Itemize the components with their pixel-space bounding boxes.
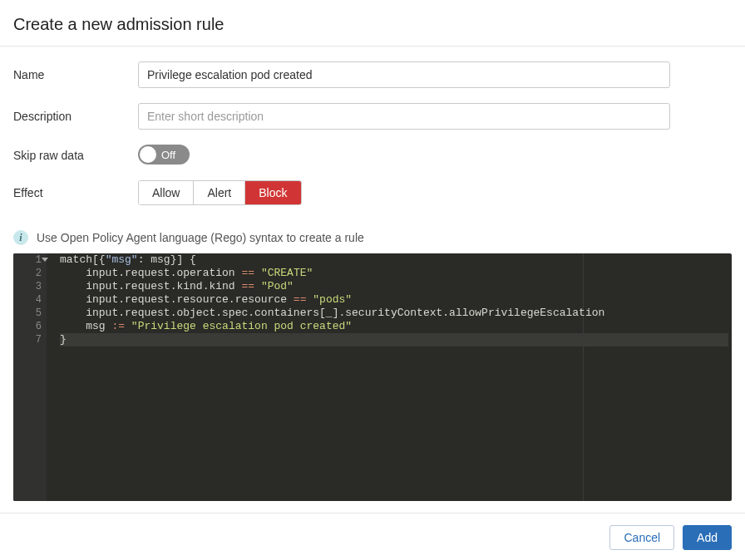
effect-option-allow[interactable]: Allow [139,181,194,204]
code-line[interactable]: msg := "Privilege escalation pod created… [60,320,728,333]
effect-option-block[interactable]: Block [245,181,300,204]
page-title: Create a new admission rule [13,15,732,34]
code-line[interactable]: } [60,333,728,346]
editor-code-area[interactable]: match[{"msg": msg}] { input.request.oper… [47,253,732,346]
effect-label: Effect [13,186,138,199]
gutter-line-number: 3 [18,280,42,293]
gutter-line-number: 1 [18,253,42,267]
gutter-line-number: 4 [18,293,42,307]
gutter-line-number: 5 [18,307,42,320]
description-input[interactable] [138,103,670,130]
effect-button-group: AllowAlertBlock [138,180,302,205]
editor-gutter: 1234567 [13,253,47,501]
info-icon: i [13,230,28,245]
description-label: Description [13,110,138,123]
gutter-line-number: 6 [18,320,42,333]
info-text: Use Open Policy Agent language (Rego) sy… [37,231,364,244]
code-line[interactable]: input.request.operation == "CREATE" [60,267,728,280]
code-line[interactable]: input.request.object.spec.containers[_].… [60,307,728,320]
skip-raw-label: Skip raw data [13,149,138,162]
add-button[interactable]: Add [683,525,732,550]
code-line[interactable]: input.request.kind.kind == "Pod" [60,280,728,293]
cancel-button[interactable]: Cancel [609,525,674,550]
code-line[interactable]: input.request.resource.resource == "pods… [60,293,728,307]
effect-option-alert[interactable]: Alert [194,181,245,204]
modal-header: Create a new admission rule [0,0,745,47]
code-line[interactable]: match[{"msg": msg}] { [60,253,728,267]
name-input[interactable] [138,61,670,88]
toggle-state-label: Off [161,149,175,161]
gutter-line-number: 7 [18,333,42,346]
toggle-knob [140,146,156,163]
skip-raw-toggle[interactable]: Off [138,145,190,165]
code-editor[interactable]: 1234567 match[{"msg": msg}] { input.requ… [13,253,732,501]
name-label: Name [13,68,138,81]
gutter-line-number: 2 [18,267,42,280]
